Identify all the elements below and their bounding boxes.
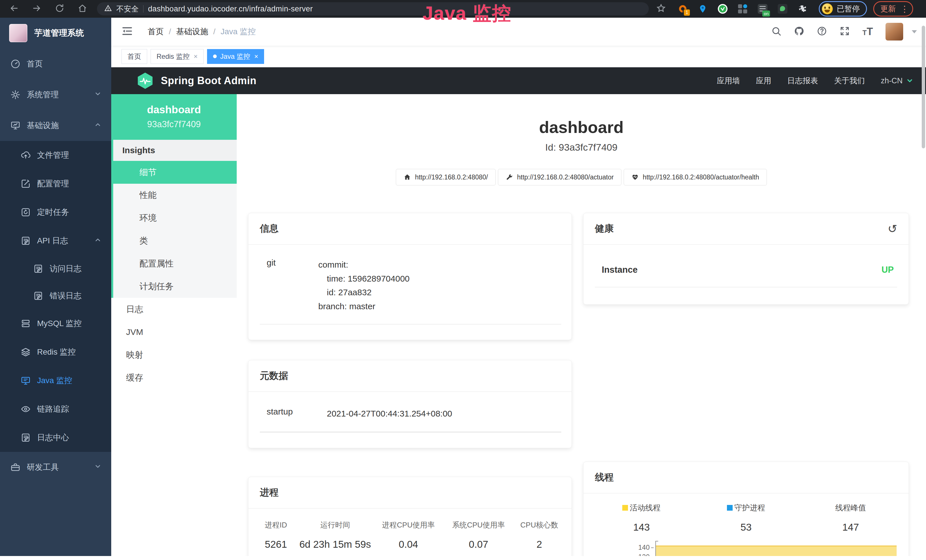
- browser-reload-icon[interactable]: [55, 3, 65, 14]
- sba-item-caches[interactable]: 缓存: [111, 366, 237, 389]
- annotation-text: Java 监控: [423, 1, 511, 26]
- avatar-caret-icon[interactable]: [912, 30, 917, 33]
- threads-card: 线程 活动线程 守护进程 线程峰值 143 53 147: [583, 462, 909, 556]
- process-header: 进程CPU使用率: [372, 520, 444, 530]
- sba-item-mappings[interactable]: 映射: [111, 344, 237, 366]
- instance-header[interactable]: dashboard 93a3fc7f7409: [111, 94, 237, 140]
- profile-paused-chip[interactable]: 已暂停: [819, 1, 867, 17]
- security-label[interactable]: 不安全: [117, 4, 139, 14]
- extensions-puzzle-icon[interactable]: [797, 3, 808, 14]
- sidebar-item-home[interactable]: 首页: [0, 48, 111, 79]
- screen: 不安全 dashboard.yudao.iocoder.cn/infra/adm…: [0, 0, 926, 560]
- sidebar-item-log-center[interactable]: 日志中心: [0, 423, 111, 452]
- help-icon[interactable]: [817, 26, 827, 37]
- sba-nav-about[interactable]: 关于我们: [834, 76, 865, 86]
- peak-threads-value: 147: [798, 522, 903, 533]
- collapse-menu-icon[interactable]: [121, 26, 133, 38]
- bookmark-star-icon[interactable]: [656, 3, 666, 14]
- scrollbar-thumb[interactable]: [922, 26, 925, 148]
- legend-swatch-yellow: [622, 505, 628, 511]
- actuator-url-button[interactable]: http://192.168.0.2:48080/actuator: [498, 169, 622, 185]
- close-icon[interactable]: ×: [194, 53, 198, 61]
- sba-nav-journal[interactable]: 日志报表: [787, 76, 818, 86]
- sidebar-item-redis-monitor[interactable]: Redis 监控: [0, 338, 111, 366]
- process-header: 运行时间: [298, 520, 372, 530]
- tag-java-monitor[interactable]: Java 监控×: [207, 49, 264, 64]
- sidebar-item-mysql-monitor[interactable]: MySQL 监控: [0, 309, 111, 338]
- github-icon[interactable]: [794, 26, 804, 37]
- row-divider: [260, 324, 561, 324]
- extension-orange-ring-icon[interactable]: 1: [677, 3, 688, 14]
- app-menu: 首页 系统管理 基础设施 文件管理: [0, 48, 111, 483]
- chart-plot-area: [655, 541, 897, 556]
- extension-pin-icon[interactable]: [697, 3, 708, 14]
- tag-home[interactable]: 首页: [121, 49, 147, 64]
- tag-redis-monitor[interactable]: Redis 监控×: [151, 49, 204, 64]
- fullscreen-icon[interactable]: [840, 26, 850, 37]
- app-logo-row[interactable]: 芋道管理系统: [0, 18, 111, 48]
- metadata-card: 元数据 startup 2021-04-27T00:44:31.254+08:0…: [248, 360, 572, 448]
- sba-item-config-props[interactable]: 配置属性: [113, 252, 237, 275]
- status-badge: UP: [882, 265, 894, 275]
- browser-back-icon[interactable]: [9, 3, 19, 14]
- sidebar-item-trace[interactable]: 链路追踪: [0, 395, 111, 423]
- extension-list-on-icon[interactable]: on: [757, 3, 768, 14]
- browser-update-button[interactable]: 更新 ⋮: [873, 1, 913, 17]
- sba-language-select[interactable]: zh-CN: [881, 76, 914, 85]
- threads-chart: 140 120 100: [635, 541, 897, 556]
- sidebar-item-access-logs[interactable]: 访问日志: [0, 255, 111, 282]
- sba-item-metrics[interactable]: 性能: [113, 184, 237, 207]
- sidebar-item-api-logs[interactable]: API 日志: [0, 227, 111, 255]
- sba-nav-wallboard[interactable]: 应用墙: [717, 76, 740, 86]
- sidebar-item-config-mgmt[interactable]: 配置管理: [0, 170, 111, 198]
- health-card-title: 健康: [595, 222, 614, 235]
- briefcase-icon: [10, 462, 21, 472]
- sba-item-details[interactable]: 细节: [111, 161, 237, 184]
- tags-view: 首页 Redis 监控× Java 监控×: [111, 45, 926, 67]
- breadcrumb-infrastructure[interactable]: 基础设施: [176, 26, 208, 37]
- health-url-button[interactable]: http://192.168.0.2:48080/actuator/health: [624, 169, 767, 185]
- chevron-down-icon: [906, 77, 914, 85]
- sba-item-jvm[interactable]: JVM: [111, 321, 237, 344]
- service-url-button[interactable]: http://192.168.0.2:48080/: [396, 169, 496, 185]
- address-url[interactable]: dashboard.yudao.iocoder.cn/infra/admin-s…: [148, 5, 313, 14]
- info-git-row: git commit: time: 1596289704000 id: 27aa…: [260, 258, 563, 313]
- legend-daemon-threads: 守护进程: [694, 502, 799, 513]
- sidebar-item-file-mgmt[interactable]: 文件管理: [0, 141, 111, 170]
- browser-home-icon[interactable]: [77, 3, 87, 14]
- sidebar-item-infrastructure[interactable]: 基础设施: [0, 110, 111, 141]
- extension-grid-icon[interactable]: [737, 3, 748, 14]
- sba-item-classes[interactable]: 类: [113, 229, 237, 252]
- user-avatar[interactable]: [885, 23, 903, 41]
- extension-green-circle-icon[interactable]: [717, 3, 728, 14]
- sba-sidebar: dashboard 93a3fc7f7409 Insights 细节 性能 环境…: [111, 94, 237, 556]
- font-size-icon[interactable]: TT: [862, 26, 873, 38]
- close-icon[interactable]: ×: [254, 53, 258, 61]
- sidebar-item-scheduled-tasks[interactable]: 定时任务: [0, 198, 111, 227]
- process-value: 5261: [254, 539, 298, 550]
- extension-sprout-icon[interactable]: [777, 3, 788, 14]
- sba-brand[interactable]: Spring Boot Admin: [136, 72, 256, 89]
- browser-forward-icon[interactable]: [32, 3, 42, 14]
- process-card: 进程 进程ID 运行时间 进程CPU使用率 系统CPU使用率 CPU核心数 52…: [248, 477, 572, 556]
- metadata-card-title: 元数据: [260, 369, 288, 382]
- sba-item-logs[interactable]: 日志: [111, 298, 237, 321]
- process-card-title: 进程: [260, 486, 278, 499]
- monitor-icon: [10, 120, 21, 131]
- sidebar-item-dev-tools[interactable]: 研发工具: [0, 452, 111, 483]
- server-icon: [21, 318, 31, 328]
- chevron-up-icon: [94, 236, 101, 246]
- sba-item-environment[interactable]: 环境: [113, 207, 237, 229]
- address-bar[interactable]: 不安全 dashboard.yudao.iocoder.cn/infra/adm…: [97, 2, 649, 15]
- breadcrumb-home[interactable]: 首页: [148, 26, 164, 37]
- sidebar-item-java-monitor[interactable]: Java 监控: [0, 366, 111, 395]
- sidebar-item-error-logs[interactable]: 错误日志: [0, 282, 111, 309]
- sidebar-item-system-mgmt[interactable]: 系统管理: [0, 79, 111, 110]
- process-value: 6d 23h 15m 59s: [298, 539, 372, 550]
- search-icon[interactable]: [771, 26, 781, 37]
- page-subtitle: Id: 93a3fc7f7409: [237, 142, 926, 153]
- sba-item-scheduled[interactable]: 计划任务: [113, 275, 237, 298]
- browser-menu-icon[interactable]: ⋮: [900, 4, 909, 14]
- sba-nav-applications[interactable]: 应用: [756, 76, 771, 86]
- history-icon[interactable]: ↺: [888, 223, 897, 235]
